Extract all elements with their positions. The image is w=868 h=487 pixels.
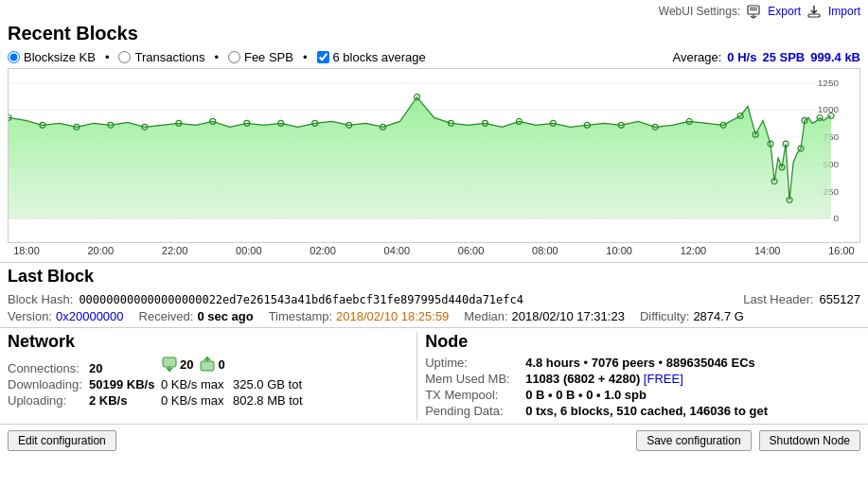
uploading-val1: 2 KB/s	[89, 393, 155, 408]
median-value: 2018/02/10 17:31:23	[512, 309, 625, 323]
uptime-value: 4.8 hours • 7076 peers • 889635046 ECs	[525, 356, 755, 370]
svg-text:1000: 1000	[818, 105, 840, 115]
fee-radio-label[interactable]: Fee SPB	[228, 50, 293, 64]
tx-value: 0 B • 0 B • 0 • 1.0 spb	[525, 388, 647, 402]
svg-text:0: 0	[833, 213, 839, 223]
svg-rect-1	[750, 8, 757, 9]
x-label-5: 04:00	[378, 245, 416, 256]
bullet1: •	[105, 50, 110, 64]
import-link[interactable]: Import	[828, 5, 860, 18]
average-checkbox-label[interactable]: 6 blocks average	[317, 50, 426, 64]
shutdown-node-button[interactable]: Shutdown Node	[759, 430, 860, 451]
connections-value: 20	[89, 361, 155, 375]
fee-radio[interactable]	[228, 51, 240, 63]
fee-label: Fee SPB	[244, 50, 293, 64]
node-title: Node	[425, 332, 860, 352]
save-config-button[interactable]: Save configuration	[636, 430, 751, 451]
svg-rect-3	[808, 14, 820, 17]
uploading-val2: 0 KB/s max	[161, 393, 227, 408]
uploading-val3: 802.8 MB tot	[233, 393, 303, 408]
mem-val: 11083 (6802 + 4280)	[525, 372, 640, 386]
x-label-1: 20:00	[81, 245, 119, 256]
connections-out-block: 0	[199, 356, 224, 373]
x-label-9: 12:00	[674, 245, 712, 256]
uptime-row: Uptime: 4.8 hours • 7076 peers • 8896350…	[425, 356, 860, 370]
avg-hs: 0 H/s	[727, 50, 756, 64]
edit-config-button[interactable]: Edit configuration	[8, 430, 116, 451]
transactions-radio[interactable]	[118, 51, 131, 63]
uploading-label: Uploading:	[8, 393, 83, 408]
mem-value: 11083 (6802 + 4280) [FREE]	[525, 372, 683, 386]
median-label: Median:	[464, 309, 507, 323]
mem-row: Mem Used MB: 11083 (6802 + 4280) [FREE]	[425, 372, 860, 386]
top-bar: WebUI Settings: Export Import	[0, 0, 868, 21]
blocksize-radio[interactable]	[8, 51, 20, 63]
uptime-sep2: •	[659, 356, 666, 370]
last-header-value: 655127	[820, 292, 860, 306]
svg-text:1250: 1250	[818, 78, 840, 88]
connections-out: 0	[218, 357, 224, 372]
chart-controls: Blocksize KB • Transactions • Fee SPB • …	[8, 50, 426, 64]
difficulty-label: Difficulty:	[640, 309, 690, 323]
mem-label: Mem Used MB:	[425, 372, 520, 386]
pending-value: 0 txs, 6 blocks, 510 cached, 146036 to g…	[525, 404, 768, 418]
downloading-val1: 50199 KB/s	[89, 377, 155, 391]
x-label-11: 16:00	[823, 245, 860, 256]
bullet3: •	[303, 50, 308, 64]
x-label-7: 08:00	[526, 245, 564, 256]
network-title: Network	[8, 332, 409, 352]
download-icon	[161, 356, 178, 373]
x-axis-labels: 18:00 20:00 22:00 00:00 02:00 04:00 06:0…	[0, 243, 868, 262]
last-block-section: Last Block	[0, 262, 868, 290]
hash-value: 000000000000000000022ed7e261543a41bd6fae…	[79, 293, 523, 306]
connections-row: Connections: 20 20 0	[8, 356, 409, 375]
received-value: 0 sec ago	[197, 309, 253, 323]
uploading-row: Uploading: 2 KB/s 0 KB/s max 802.8 MB to…	[8, 393, 409, 408]
svg-rect-49	[163, 357, 176, 367]
connections-label: Connections:	[8, 361, 83, 375]
x-label-3: 00:00	[230, 245, 268, 256]
uptime-label: Uptime:	[425, 356, 520, 370]
avg-prefix: Average:	[673, 50, 722, 64]
controls-bar: Blocksize KB • Transactions • Fee SPB • …	[0, 48, 868, 68]
uptime-sep1: •	[584, 356, 592, 370]
timestamp-label: Timestamp:	[269, 309, 332, 323]
connections-in-block: 20	[161, 356, 193, 373]
buttons-row: Edit configuration Save configuration Sh…	[0, 424, 868, 455]
received-label: Received:	[139, 309, 194, 323]
version-label: Version:	[8, 309, 52, 323]
export-link[interactable]: Export	[768, 5, 801, 18]
node-section: Node Uptime: 4.8 hours • 7076 peers • 88…	[416, 332, 868, 420]
downloading-val2: 0 KB/s max	[161, 377, 227, 391]
uptime-hours: 4.8 hours	[525, 356, 580, 370]
hash-label: Block Hash:	[8, 292, 73, 306]
uptime-ecs: 889635046 ECs	[666, 356, 755, 370]
bullet2: •	[214, 50, 219, 64]
chart-container: 1250 1000 750 500 250 0	[8, 68, 860, 243]
buttons-left: Edit configuration	[8, 430, 116, 451]
tx-row: TX Mempool: 0 B • 0 B • 0 • 1.0 spb	[425, 388, 860, 402]
transactions-radio-label[interactable]: Transactions	[118, 50, 204, 64]
export-icon	[746, 4, 761, 19]
x-label-2: 22:00	[156, 245, 194, 256]
chart-svg: 1250 1000 750 500 250 0	[9, 69, 859, 242]
avg-spb: 25 SPB	[762, 50, 805, 64]
average-checkbox[interactable]	[317, 51, 329, 63]
import-icon	[806, 4, 822, 19]
difficulty-value: 2874.7 G	[693, 309, 744, 323]
downloading-row: Downloading: 50199 KB/s 0 KB/s max 325.0…	[8, 377, 409, 391]
pending-label: Pending Data:	[425, 404, 520, 418]
average-display: Average: 0 H/s 25 SPB 999.4 kB	[673, 50, 860, 64]
webuisettings-label: WebUI Settings:	[659, 5, 740, 18]
blocksize-label: Blocksize KB	[24, 50, 96, 64]
svg-rect-51	[201, 361, 214, 371]
x-label-6: 06:00	[452, 245, 490, 256]
pending-row: Pending Data: 0 txs, 6 blocks, 510 cache…	[425, 404, 860, 418]
blocksize-radio-label[interactable]: Blocksize KB	[8, 50, 96, 64]
timestamp-value: 2018/02/10 18:25:59	[336, 309, 449, 323]
transactions-label: Transactions	[134, 50, 204, 64]
upload-icon	[199, 356, 216, 373]
mem-free: [FREE]	[644, 372, 683, 386]
x-label-8: 10:00	[600, 245, 638, 256]
svg-rect-2	[750, 9, 757, 10]
